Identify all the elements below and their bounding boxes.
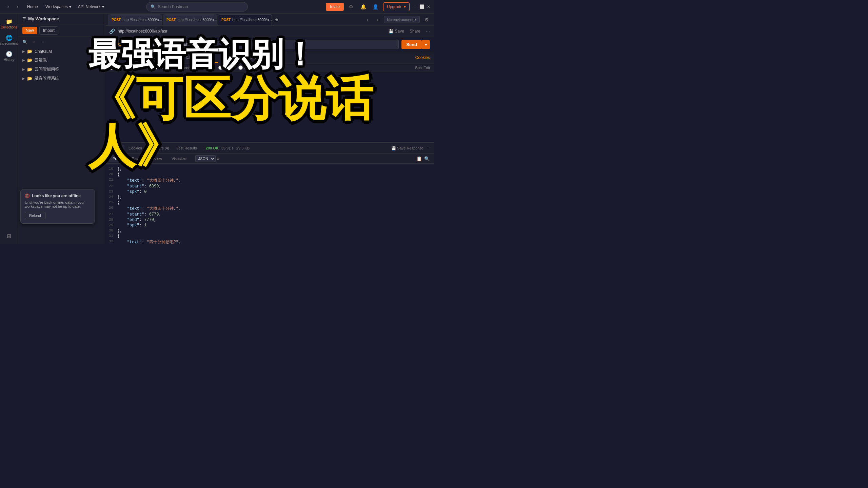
workspace-name: My Workspace — [28, 16, 59, 21]
save-button[interactable]: 💾 Save — [389, 29, 404, 34]
api-network-chevron-icon: ▾ — [102, 4, 104, 9]
view-visualize[interactable]: Visualize — [168, 155, 190, 162]
titlebar-controls: ‹ › — [3, 3, 22, 11]
send-button[interactable]: Send — [401, 40, 422, 49]
code-line-31: 31 { — [105, 233, 434, 239]
sidebar-environments-label: Environments — [0, 42, 19, 45]
sidebar-item-apis[interactable]: ⊞ — [1, 231, 17, 241]
copy-response-button[interactable]: 📋 — [416, 156, 422, 161]
sidebar-item-collections[interactable]: 📁 Collections — [1, 16, 17, 31]
tab-3[interactable]: POST http://localhost:8000/a... ✕ — [218, 14, 272, 25]
more-options-button[interactable]: ⋯ — [39, 38, 46, 46]
response-size: 29.5 KB — [236, 146, 250, 150]
window-controls: — ⬜ ✕ — [412, 4, 431, 9]
minimize-button[interactable]: — — [412, 4, 418, 9]
cookies-link[interactable]: Cookies — [415, 55, 430, 60]
url-icon: 🔗 — [109, 28, 115, 34]
more-response-button[interactable]: ⋯ — [426, 146, 430, 150]
view-preview[interactable]: Preview — [145, 155, 165, 162]
offline-title: 📵 Looks like you are offline — [25, 194, 91, 198]
code-line-19: 19 }, — [105, 166, 434, 172]
tab-scripts[interactable]: Scripts — [219, 52, 240, 63]
response-tab-test[interactable]: Test Results — [173, 145, 200, 151]
response-tab-cookies[interactable]: Cookies — [125, 145, 145, 151]
tree-item-luyin[interactable]: ▶ 📂 录音管理系统 — [18, 74, 105, 83]
tab-settings[interactable]: Settings — [240, 52, 263, 63]
sidebar-item-history[interactable]: 🕐 History — [1, 49, 17, 64]
tab-params[interactable]: Params — [109, 52, 131, 63]
forward-button[interactable]: › — [14, 3, 22, 11]
view-raw[interactable]: Raw — [129, 155, 143, 162]
workspaces-label: Workspaces — [45, 4, 68, 9]
new-tab-button[interactable]: + — [273, 16, 281, 24]
env-settings-button[interactable]: ⚙ — [422, 15, 431, 24]
settings-button[interactable]: ⚙ — [347, 2, 356, 12]
format-sort-button[interactable]: ≡ — [217, 156, 220, 161]
code-line-20: 20 { — [105, 172, 434, 177]
upgrade-button[interactable]: Upgrade ▾ — [383, 2, 410, 11]
radio-graphql[interactable]: GraphQL — [238, 65, 259, 70]
response-view-actions: 📋 🔍 — [416, 156, 430, 161]
code-line-25: 25 { — [105, 200, 434, 205]
radio-binary[interactable]: binary — [218, 65, 234, 70]
radio-form-data[interactable]: form-data — [127, 65, 149, 70]
no-environment-label: No environment — [387, 18, 413, 22]
tab-headers[interactable]: Headers (10) — [164, 52, 196, 63]
tab-scroll-left[interactable]: ‹ — [363, 16, 372, 24]
back-button[interactable]: ‹ — [4, 3, 12, 11]
method-selector[interactable]: POST ▾ — [109, 40, 131, 49]
folder-icon: 📂 — [27, 49, 33, 54]
radio-urlencoded[interactable]: x-www-form-urlencoded — [153, 65, 199, 70]
tree-item-yunwen[interactable]: ▶ 📂 云问智能问答 — [18, 65, 105, 74]
import-button[interactable]: Import — [39, 26, 58, 35]
maximize-button[interactable]: ⬜ — [419, 4, 425, 9]
chevron-icon: ▶ — [22, 58, 25, 62]
share-button[interactable]: Share — [410, 29, 420, 34]
method-url-row: POST ▾ Send ▾ — [105, 37, 434, 52]
tab-authorization[interactable]: Authorization — [132, 52, 164, 63]
new-collection-button[interactable]: New — [22, 27, 37, 34]
response-tab-headers[interactable]: Headers (4) — [146, 145, 173, 151]
collection-name-yunyunjiao: 云运教 — [35, 57, 47, 63]
tab-1[interactable]: POST http://localhost:8000/a... ✕ — [108, 14, 162, 25]
search-collections-button[interactable]: 🔍 — [21, 38, 28, 46]
response-actions: 💾 Save Response ⋯ — [391, 146, 430, 150]
radio-raw[interactable]: raw — [202, 65, 214, 70]
send-btn-group: Send ▾ — [401, 40, 430, 49]
response-tab-body[interactable]: Body — [109, 145, 124, 151]
save-response-button[interactable]: 💾 Save Response — [391, 146, 423, 150]
folder-icon: 📂 — [27, 58, 33, 63]
code-line-23: 23 "spk": 0 — [105, 189, 434, 195]
tab-body[interactable]: Body — [197, 52, 218, 63]
workspaces-button[interactable]: Workspaces ▾ — [43, 4, 73, 9]
tab-2[interactable]: POST http://localhost:8000/a... ✕ — [163, 14, 217, 25]
sidebar-item-environments[interactable]: 🌐 Environments — [1, 33, 17, 47]
bulk-edit-link[interactable]: Bulk Edit — [415, 66, 430, 70]
response-header: Body Cookies Headers (4) Test Results 20… — [105, 143, 434, 154]
search-response-button[interactable]: 🔍 — [424, 156, 430, 161]
invite-button[interactable]: Invite — [326, 3, 344, 11]
more-options-req-button[interactable]: ⋯ — [426, 29, 430, 34]
view-pretty[interactable]: Pretty — [109, 155, 126, 162]
sort-button[interactable]: ≡ — [30, 38, 37, 46]
notifications-button[interactable]: 🔔 — [359, 2, 368, 12]
tab-scroll-right[interactable]: › — [374, 16, 382, 24]
format-selector[interactable]: JSON — [195, 155, 216, 162]
url-input[interactable] — [134, 40, 399, 49]
tree-item-yunyunjiao[interactable]: ▶ 📂 云运教 — [18, 56, 105, 65]
search-bar[interactable]: 🔍 Search Postman — [146, 2, 248, 12]
radio-none[interactable]: none — [109, 65, 123, 70]
home-button[interactable]: Home — [24, 4, 41, 9]
collection-name-chatglm: ChatGLM — [35, 49, 52, 54]
environment-selector[interactable]: No environment ▾ — [384, 16, 420, 23]
api-network-button[interactable]: API Network ▾ — [76, 4, 106, 9]
close-button[interactable]: ✕ — [426, 4, 431, 9]
code-line-24: 24 }, — [105, 195, 434, 200]
reload-button[interactable]: Reload — [25, 212, 45, 219]
tree-item-chatglm[interactable]: ▶ 📂 ChatGLM — [18, 47, 105, 56]
tab-method-3: POST — [221, 18, 231, 22]
send-dropdown-button[interactable]: ▾ — [422, 40, 430, 49]
avatar-button[interactable]: 👤 — [371, 2, 380, 12]
code-line-29: 29 "spk": 1 — [105, 223, 434, 228]
url-display-text: http://localhost:8000/api/asr — [118, 29, 167, 34]
